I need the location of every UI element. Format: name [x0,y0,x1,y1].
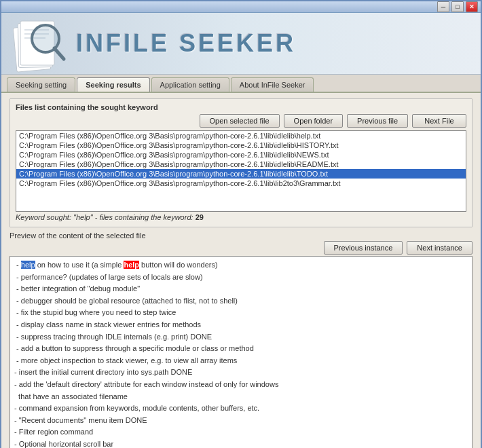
open-folder-button[interactable]: Open folder [284,114,343,128]
tab-about[interactable]: About InFile Seeker [231,77,314,92]
next-instance-button[interactable]: Next instance [407,241,472,255]
close-button[interactable]: ✕ [466,1,478,12]
preview-line: that have an associated filename [14,391,468,403]
app-title: INFILE SEEKER [76,29,296,58]
minimize-button[interactable]: ─ [437,1,449,12]
list-item[interactable]: C:\Program Files (x86)\OpenOffice.org 3\… [16,141,466,150]
tab-seeking-setting[interactable]: Seeking setting [7,77,75,92]
preview-line: - performance? (updates of large sets of… [14,272,468,284]
list-item[interactable]: C:\Program Files (x86)\OpenOffice.org 3\… [16,131,466,141]
open-selected-file-button[interactable]: Open selected file [200,114,280,128]
files-section-title: Files list containing the sought keyword [16,103,466,111]
header-area: INFILE SEEKER [1,13,481,75]
keyword-highlight-second: help [124,261,139,269]
tab-seeking-results[interactable]: Seeking results [77,77,149,92]
preview-line: - add a button to suppress through a spe… [14,343,468,355]
title-bar: ─ □ ✕ [1,1,481,13]
files-button-row: Open selected file Open folder Previous … [16,114,466,128]
preview-line: - add the 'default directory' attribute … [14,379,468,391]
main-window: ─ □ ✕ INFILE SEEKER Seeking setting Seek… [0,0,482,448]
preview-line: - more object inspection to stack viewer… [14,355,468,367]
preview-content[interactable]: - help on how to use it (a simple help b… [10,256,472,448]
keyword-label: Keyword sought: [16,213,71,221]
tab-application-setting[interactable]: Application setting [151,77,229,92]
preview-line: - display class name in stack viewer ent… [14,319,468,331]
preview-line: - Optional horizontal scroll bar [14,438,468,448]
preview-section-title: Preview of the content of the selected f… [10,231,472,240]
preview-line: - help on how to use it (a simple help b… [14,259,468,272]
maximize-button[interactable]: □ [451,1,464,12]
preview-line: - debugger should be global resource (at… [14,295,468,307]
preview-line: - insert the initial current directory i… [14,367,468,379]
preview-line: - command expansion from keywords, modul… [14,403,468,415]
list-item[interactable]: C:\Program Files (x86)\OpenOffice.org 3\… [16,160,466,169]
files-containing-label: - files containing the keyword: [95,213,193,221]
files-section: Files list containing the sought keyword… [10,98,472,227]
file-list[interactable]: C:\Program Files (x86)\OpenOffice.org 3\… [16,130,466,212]
preview-line: - Filter region command [14,426,468,438]
list-item[interactable]: C:\Program Files (x86)\OpenOffice.org 3\… [16,179,466,188]
keyword-value: "help" [73,213,93,221]
list-item-selected[interactable]: C:\Program Files (x86)\OpenOffice.org 3\… [16,169,466,179]
previous-instance-button[interactable]: Previous instance [324,241,403,255]
instance-button-row: Previous instance Next instance [10,241,472,255]
main-content: Files list containing the sought keyword… [1,93,481,448]
previous-file-button[interactable]: Previous file [347,114,408,128]
preview-line: - better integration of "debug module" [14,283,468,295]
app-logo-icon [8,13,69,74]
list-item[interactable]: C:\Program Files (x86)\OpenOffice.org 3\… [16,150,466,160]
keyword-info: Keyword sought: "help" - files containin… [16,213,466,221]
keyword-highlight-first: help [21,261,35,269]
tab-bar: Seeking setting Seeking results Applicat… [1,75,481,93]
svg-line-7 [54,48,64,59]
next-file-button[interactable]: Next File [412,114,466,128]
preview-line: - suppress tracing through IDLE internal… [14,331,468,343]
preview-line: - fix the stupid bug where you need to s… [14,307,468,319]
preview-line: - "Recent documents" menu item DONE [14,415,468,427]
file-count: 29 [196,213,204,221]
preview-section: Preview of the content of the selected f… [10,231,472,448]
